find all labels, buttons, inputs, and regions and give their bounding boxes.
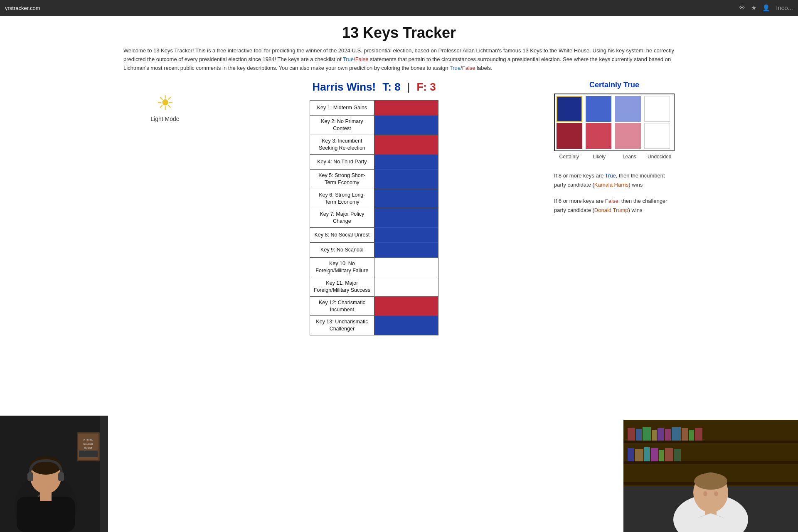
light-mode-label[interactable]: Light Mode [150, 116, 179, 122]
center-content: Harris Wins! T: 8 | F: 3 Key 1: Midterm … [207, 81, 542, 335]
key-color-12[interactable] [374, 296, 438, 316]
user-icon: 👤 [762, 4, 770, 12]
legend-grid [554, 94, 675, 151]
key-row-1: Key 1: Midterm Gains [310, 101, 438, 116]
rule2-name: Donald Trump [594, 207, 628, 213]
key-row-3: Key 3: Incumbent Seeking Re-election [310, 135, 438, 155]
legend-labels: Certainly Likely Leans Undecided [554, 154, 675, 160]
rules-text: If 8 or more keys are True, then the inc… [554, 171, 675, 214]
key-color-4[interactable] [374, 154, 438, 169]
browser-url: yrstracker.com [5, 5, 40, 11]
legend-cell-leans-true[interactable] [615, 96, 641, 122]
key-row-2: Key 2: No Primary Contest [310, 116, 438, 135]
legend-cell-undecided-false[interactable] [644, 123, 670, 149]
key-label-8[interactable]: Key 8: No Social Unrest [310, 228, 374, 243]
key-label-6[interactable]: Key 6: Strong Long-Term Economy [310, 189, 374, 208]
star-icon: ★ [751, 4, 756, 12]
legend-cell-likely-true[interactable] [586, 96, 611, 122]
rule1-true: True [605, 172, 616, 179]
rule1-name: Kamala Harris [594, 182, 628, 188]
main-layout: ☀ Light Mode Harris Wins! T: 8 | F: 3 Ke… [123, 81, 675, 335]
key-row-13: Key 13: Uncharismatic Challenger [310, 316, 438, 335]
intro-text: Welcome to 13 Keys Tracker! This is a fr… [123, 47, 675, 72]
false-link-2[interactable]: False [462, 65, 475, 71]
label-certainly: Certainly [554, 154, 584, 160]
key-label-3[interactable]: Key 3: Incumbent Seeking Re-election [310, 135, 374, 155]
key-label-5[interactable]: Key 5: Strong Short-Term Economy [310, 169, 374, 189]
rule-2: If 6 or more keys are False, then the ch… [554, 197, 675, 215]
key-row-5: Key 5: Strong Short-Term Economy [310, 169, 438, 189]
key-label-7[interactable]: Key 7: Major Policy Change [310, 208, 374, 228]
key-color-11[interactable] [374, 277, 438, 296]
key-color-2[interactable] [374, 116, 438, 135]
result-winner: Harris Wins! [312, 81, 376, 94]
browser-bar: yrstracker.com 👁 ★ 👤 Inco... [0, 0, 798, 16]
key-label-12[interactable]: Key 12: Charismatic Incumbent [310, 296, 374, 316]
label-undecided: Undecided [645, 154, 675, 160]
result-false-count: F: 3 [416, 81, 436, 94]
key-row-11: Key 11: Major Foreign/Military Success [310, 277, 438, 296]
key-color-7[interactable] [374, 208, 438, 228]
key-label-4[interactable]: Key 4: No Third Party [310, 154, 374, 169]
key-label-9[interactable]: Key 9: No Scandal [310, 243, 374, 258]
key-color-6[interactable] [374, 189, 438, 208]
key-label-2[interactable]: Key 2: No Primary Contest [310, 116, 374, 135]
result-divider: | [407, 81, 410, 94]
key-row-7: Key 7: Major Policy Change [310, 208, 438, 228]
key-label-13[interactable]: Key 13: Uncharismatic Challenger [310, 316, 374, 335]
page-wrapper: 13 Keys Tracker Welcome to 13 Keys Track… [118, 16, 680, 335]
key-row-8: Key 8: No Social Unrest [310, 228, 438, 243]
key-color-10[interactable] [374, 258, 438, 277]
key-row-9: Key 9: No Scandal [310, 243, 438, 258]
rule-1: If 8 or more keys are True, then the inc… [554, 171, 675, 190]
key-row-10: Key 10: No Foreign/Military Failure [310, 258, 438, 277]
key-color-5[interactable] [374, 169, 438, 189]
key-color-8[interactable] [374, 228, 438, 243]
key-row-4: Key 4: No Third Party [310, 154, 438, 169]
sun-icon: ☀ [156, 93, 174, 113]
result-header: Harris Wins! T: 8 | F: 3 [312, 81, 436, 94]
legend-cell-leans-false[interactable] [615, 123, 641, 149]
label-likely: Likely [584, 154, 615, 160]
true-link-2[interactable]: True [450, 65, 461, 71]
false-link[interactable]: False [355, 56, 369, 62]
result-true-count: T: 8 [382, 81, 400, 94]
legend-cell-likely-false[interactable] [586, 123, 611, 149]
key-color-3[interactable] [374, 135, 438, 155]
left-sidebar: ☀ Light Mode [123, 81, 207, 122]
key-label-10[interactable]: Key 10: No Foreign/Military Failure [310, 258, 374, 277]
incognito-label: Inco... [776, 4, 793, 12]
right-panel: Certainly True Certainly Likely Leans Un… [542, 81, 675, 221]
rule2-false: False [605, 198, 618, 204]
browser-icons: 👁 ★ 👤 Inco... [739, 4, 793, 12]
legend-cell-certainly-true[interactable] [557, 96, 582, 122]
key-row-6: Key 6: Strong Long-Term Economy [310, 189, 438, 208]
keys-table: Key 1: Midterm GainsKey 2: No Primary Co… [310, 100, 438, 335]
label-leans: Leans [614, 154, 645, 160]
legend-cell-undecided-true[interactable] [644, 96, 670, 122]
legend-cell-certainly-false[interactable] [557, 123, 582, 149]
true-link[interactable]: True [343, 56, 354, 62]
key-color-13[interactable] [374, 316, 438, 335]
eye-icon: 👁 [739, 4, 745, 12]
key-label-11[interactable]: Key 11: Major Foreign/Military Success [310, 277, 374, 296]
key-row-12: Key 12: Charismatic Incumbent [310, 296, 438, 316]
key-color-1[interactable] [374, 101, 438, 116]
page-title: 13 Keys Tracker [123, 24, 675, 42]
key-label-1[interactable]: Key 1: Midterm Gains [310, 101, 374, 116]
key-color-9[interactable] [374, 243, 438, 258]
legend-title: Certainly True [554, 81, 675, 89]
